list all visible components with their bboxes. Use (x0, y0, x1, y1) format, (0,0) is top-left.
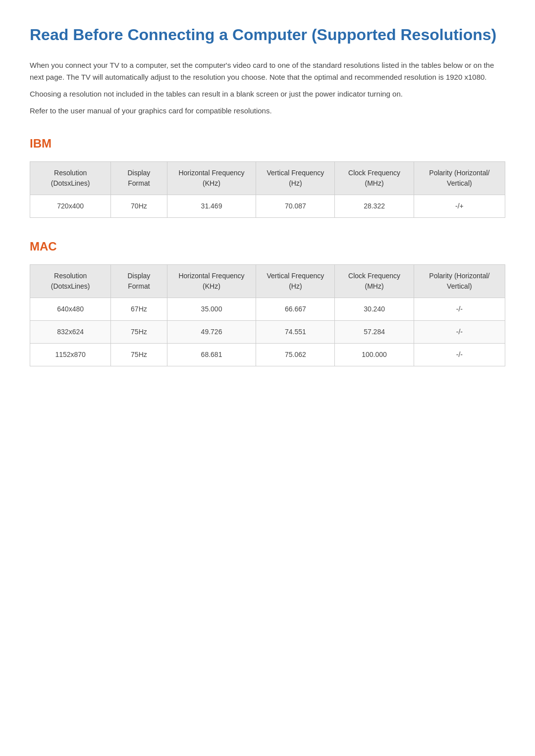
table-cell: 31.469 (167, 195, 256, 217)
section-mac-title: MAC (30, 238, 505, 255)
table-cell: 49.726 (167, 320, 256, 343)
section-ibm: IBM Resolution (DotsxLines) Display Form… (30, 135, 505, 218)
section-mac: MAC Resolution (DotsxLines) Display Form… (30, 238, 505, 366)
mac-col-clock-freq: Clock Frequency (MHz) (335, 264, 414, 298)
table-cell: 720x400 (30, 195, 111, 217)
ibm-col-horiz-freq: Horizontal Frequency (KHz) (167, 161, 256, 195)
page-title: Read Before Connecting a Computer (Suppo… (30, 25, 505, 46)
table-cell: -/- (414, 320, 505, 343)
table-cell: 74.551 (256, 320, 335, 343)
table-cell: 640x480 (30, 298, 111, 320)
table-cell: 70.087 (256, 195, 335, 217)
ibm-table-header-row: Resolution (DotsxLines) Display Format H… (30, 161, 505, 195)
table-cell: 100.000 (335, 343, 414, 366)
section-ibm-title: IBM (30, 135, 505, 152)
table-cell: 70Hz (111, 195, 167, 217)
table-cell: 75.062 (256, 343, 335, 366)
intro-paragraph-1: When you connect your TV to a computer, … (30, 59, 505, 83)
table-row: 720x40070Hz31.46970.08728.322-/+ (30, 195, 505, 217)
intro-section: When you connect your TV to a computer, … (30, 59, 505, 117)
ibm-col-vert-freq: Vertical Frequency (Hz) (256, 161, 335, 195)
ibm-col-polarity: Polarity (Horizontal/ Vertical) (414, 161, 505, 195)
table-cell: 30.240 (335, 298, 414, 320)
ibm-col-resolution: Resolution (DotsxLines) (30, 161, 111, 195)
table-row: 640x48067Hz35.00066.66730.240-/- (30, 298, 505, 320)
ibm-table: Resolution (DotsxLines) Display Format H… (30, 161, 505, 218)
ibm-col-clock-freq: Clock Frequency (MHz) (335, 161, 414, 195)
table-cell: 67Hz (111, 298, 167, 320)
table-cell: 75Hz (111, 320, 167, 343)
table-cell: -/- (414, 343, 505, 366)
mac-table: Resolution (DotsxLines) Display Format H… (30, 264, 505, 366)
mac-col-vert-freq: Vertical Frequency (Hz) (256, 264, 335, 298)
mac-col-resolution: Resolution (DotsxLines) (30, 264, 111, 298)
mac-col-polarity: Polarity (Horizontal/ Vertical) (414, 264, 505, 298)
table-cell: -/- (414, 298, 505, 320)
table-cell: 1152x870 (30, 343, 111, 366)
table-cell: 28.322 (335, 195, 414, 217)
ibm-col-display-format: Display Format (111, 161, 167, 195)
table-row: 1152x87075Hz68.68175.062100.000-/- (30, 343, 505, 366)
table-cell: 75Hz (111, 343, 167, 366)
table-row: 832x62475Hz49.72674.55157.284-/- (30, 320, 505, 343)
mac-col-horiz-freq: Horizontal Frequency (KHz) (167, 264, 256, 298)
table-cell: 68.681 (167, 343, 256, 366)
intro-paragraph-3: Refer to the user manual of your graphic… (30, 105, 505, 117)
mac-table-header-row: Resolution (DotsxLines) Display Format H… (30, 264, 505, 298)
mac-col-display-format: Display Format (111, 264, 167, 298)
intro-paragraph-2: Choosing a resolution not included in th… (30, 88, 505, 100)
table-cell: 57.284 (335, 320, 414, 343)
table-cell: 66.667 (256, 298, 335, 320)
table-cell: -/+ (414, 195, 505, 217)
table-cell: 35.000 (167, 298, 256, 320)
table-cell: 832x624 (30, 320, 111, 343)
